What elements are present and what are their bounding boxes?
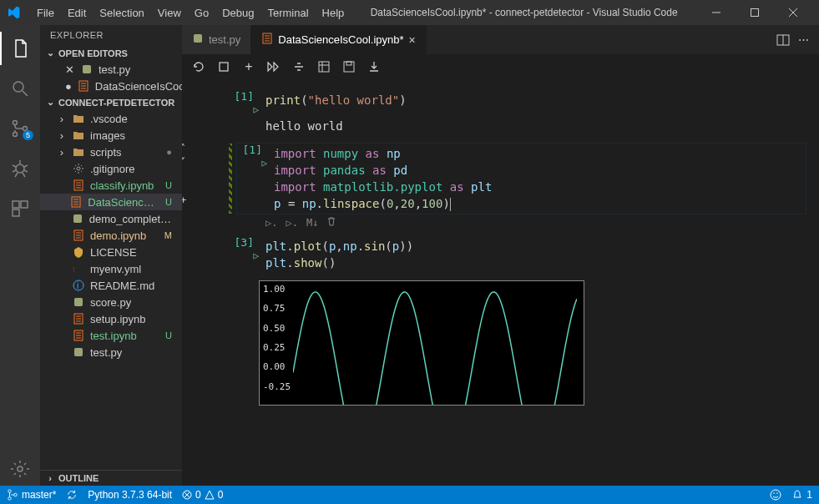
run-all-icon[interactable] (267, 60, 281, 73)
to-markdown-icon[interactable]: M↓ (306, 217, 318, 229)
delete-cell-icon[interactable] (326, 216, 336, 229)
cell-code[interactable]: plt.plot(p,np.sin(p)) plt.show() (259, 236, 806, 273)
open-editors-header[interactable]: OPEN EDITORS (40, 45, 182, 61)
activity-source-control[interactable]: 5 (0, 112, 40, 145)
status-python[interactable]: Python 3.7.3 64-bit (88, 489, 172, 501)
status-sync[interactable] (66, 489, 78, 501)
menu-terminal[interactable]: Terminal (260, 3, 315, 23)
run-cell-icon[interactable]: ▷. (265, 217, 277, 229)
run-cell-icon[interactable]: ▷ (253, 250, 259, 261)
run-cell-icon[interactable]: ▷ (253, 104, 259, 115)
run-cell-icon[interactable]: ▷ (261, 158, 267, 169)
maximize-button[interactable] (736, 0, 774, 25)
status-bar: master* Python 3.7.3 64-bit 0 0 1 (0, 486, 819, 504)
menu-file[interactable]: File (30, 3, 61, 23)
tree-file[interactable]: demo_completed.py (40, 210, 182, 227)
tree-folder[interactable]: scripts● (40, 144, 182, 160)
close-tab-icon[interactable]: × (409, 33, 416, 47)
notebook-body[interactable]: [1] ▷ print("hello world") hello world ˄… (182, 79, 819, 486)
cell-prompt: [1] (237, 144, 267, 156)
menu-debug[interactable]: Debug (215, 3, 260, 23)
chevron-right-icon (57, 129, 67, 142)
tree-file[interactable]: setup.ipynb (40, 310, 182, 327)
tree-file[interactable]: .gitignore (40, 160, 182, 177)
svg-point-80 (777, 492, 779, 494)
svg-rect-37 (73, 214, 82, 223)
interrupt-kernel-icon[interactable] (217, 60, 230, 73)
menu-go[interactable]: Go (188, 3, 215, 23)
git-status-untracked: U (165, 180, 177, 190)
close-button[interactable] (774, 0, 812, 25)
chevron-right-icon (45, 473, 55, 483)
activity-settings[interactable] (0, 452, 40, 486)
activity-explorer[interactable] (0, 32, 40, 65)
open-editor-item[interactable]: ●DataScienceIsCoo... (40, 78, 182, 94)
explorer-title: EXPLORER (40, 25, 182, 45)
notebook-icon (72, 179, 85, 192)
menu-view[interactable]: View (151, 3, 188, 23)
tree-file[interactable]: test.ipynbU (40, 327, 182, 344)
project-header[interactable]: CONNECT-PETDETECTOR (40, 94, 182, 110)
outline-header[interactable]: OUTLINE (40, 470, 182, 486)
tree-file[interactable]: test.py (40, 344, 182, 360)
restart-kernel-icon[interactable] (192, 60, 205, 73)
status-branch[interactable]: master* (7, 489, 56, 501)
tree-folder[interactable]: .vscode (40, 110, 182, 127)
tree-file[interactable]: iREADME.md (40, 277, 182, 294)
tree-file[interactable]: !myenv.yml (40, 260, 182, 277)
notebook-cell[interactable]: ˄˅+ [1] ▷ import numpy as np import pand… (182, 143, 819, 214)
status-problems[interactable]: 0 0 (182, 489, 223, 501)
activity-extensions[interactable] (0, 192, 40, 225)
more-actions-icon[interactable]: ⋯ (798, 33, 811, 46)
run-above-icon[interactable] (292, 60, 306, 73)
chevron-down-icon[interactable]: ˅ (182, 156, 186, 168)
activity-debug[interactable] (0, 152, 40, 185)
split-editor-icon[interactable] (776, 33, 790, 47)
notebook-cell[interactable]: [3] ▷ plt.plot(p,np.sin(p)) plt.show() (182, 235, 819, 274)
plot-ytick: -0.25 (263, 381, 291, 391)
add-cell-icon[interactable]: + (182, 194, 186, 206)
menu-help[interactable]: Help (316, 3, 351, 23)
add-cell-icon[interactable]: + (242, 60, 255, 73)
status-notifications[interactable]: 1 (791, 489, 812, 501)
tree-file[interactable]: score.py (40, 294, 182, 310)
svg-point-6 (13, 121, 18, 125)
svg-point-4 (13, 82, 23, 92)
minimize-button[interactable] (697, 0, 736, 25)
tree-file[interactable]: classify.ipynbU (40, 177, 182, 194)
editor-tab[interactable]: DataScienceIsCool.ipynb*× (251, 25, 427, 54)
chevron-down-icon (45, 48, 55, 58)
chevron-right-icon (57, 113, 67, 125)
diff-indicator (229, 144, 232, 214)
tree-folder[interactable]: images (40, 127, 182, 144)
svg-rect-70 (346, 62, 351, 65)
editor-tab[interactable]: test.py (182, 25, 251, 54)
window-controls (697, 0, 812, 25)
notebook-icon (69, 195, 83, 209)
notebook-cell[interactable]: [1] ▷ print("hello world") (182, 89, 819, 116)
run-below-icon[interactable]: ▷. (286, 217, 297, 229)
export-icon[interactable] (367, 60, 381, 73)
plot-ytick: 0.50 (263, 322, 286, 333)
status-feedback[interactable] (770, 489, 781, 501)
cell-code[interactable]: print("hello world") (259, 90, 806, 110)
tree-file[interactable]: demo.ipynbM (40, 227, 182, 244)
tab-bar: test.pyDataScienceIsCool.ipynb*× ⋯ (182, 25, 819, 54)
menu-edit[interactable]: Edit (61, 3, 93, 23)
open-editor-item[interactable]: ✕test.py (40, 61, 182, 78)
license-icon (72, 245, 85, 259)
variables-icon[interactable] (317, 60, 331, 73)
svg-point-74 (14, 493, 18, 496)
save-icon[interactable] (342, 60, 356, 73)
tree-file[interactable]: LICENSE (40, 244, 182, 260)
menu-selection[interactable]: Selection (93, 3, 150, 23)
svg-line-16 (23, 173, 25, 177)
tree-file[interactable]: DataScienceIsCo...U (40, 194, 182, 210)
svg-point-73 (8, 497, 12, 501)
chevron-right-icon (57, 146, 67, 159)
svg-point-20 (18, 466, 23, 471)
chevron-up-icon[interactable]: ˄ (182, 143, 186, 154)
cell-code[interactable]: import numpy as np import pandas as pd i… (267, 144, 806, 214)
activity-search[interactable] (0, 72, 40, 105)
activity-bar: 5 (0, 25, 40, 486)
